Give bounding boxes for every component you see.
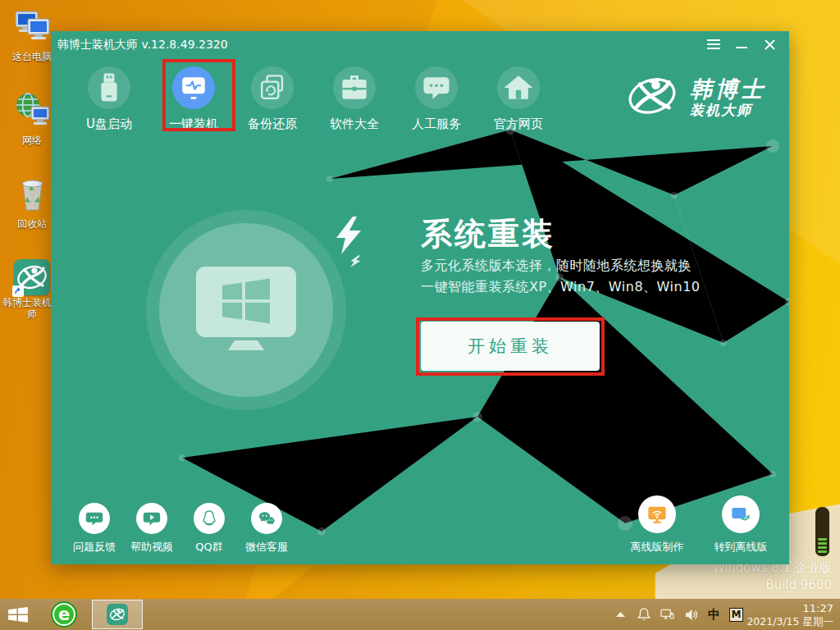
lightning-icon — [335, 217, 363, 258]
support-label: 微信客服 — [240, 540, 294, 555]
start-reinstall-button[interactable]: 开始重装 — [421, 322, 600, 371]
windows-logo-icon — [7, 605, 29, 624]
hero-description-line1: 多元化系统版本选择，随时随地系统想换就换 — [421, 258, 774, 275]
go-offline-icon — [722, 495, 760, 533]
watermark-build: Build 9600 — [713, 577, 832, 594]
home-icon — [497, 66, 540, 109]
one-key-install-icon — [172, 66, 215, 109]
system-tray: 中 M — [613, 599, 743, 630]
nav-official-website[interactable]: 官方网页 — [482, 66, 555, 132]
offline-version-make-button[interactable]: 离线版制作 — [619, 495, 695, 555]
window-titlebar[interactable]: 韩博士装机大师 v.12.8.49.2320 — [51, 31, 789, 57]
nav-label: 官方网页 — [482, 116, 555, 132]
feedback-button[interactable]: 问题反馈 — [67, 503, 121, 555]
window-title: 韩博士装机大师 v.12.8.49.2320 — [57, 38, 228, 52]
wechat-service-button[interactable]: 微信客服 — [240, 503, 294, 555]
recycle-bin-icon — [11, 201, 52, 217]
usb-icon — [88, 66, 130, 109]
menu-icon[interactable] — [704, 31, 724, 57]
this-pc-icon — [11, 34, 52, 49]
clock-date: 2021/3/15 星期一 — [746, 615, 833, 628]
play-video-icon — [136, 503, 167, 534]
qq-penguin-icon — [194, 503, 225, 534]
network-icon[interactable] — [660, 607, 675, 622]
taskbar-app-hanboshi[interactable] — [92, 600, 143, 629]
show-hidden-icons-chevron[interactable] — [613, 607, 628, 622]
offline-label: 离线版制作 — [619, 540, 695, 555]
hanboshi-taskbar-icon — [107, 604, 128, 625]
taskbar-clock[interactable]: 11:27 2021/3/15 星期一 — [746, 601, 833, 628]
close-icon[interactable] — [760, 31, 779, 57]
nav-label: 备份还原 — [235, 116, 309, 132]
volume-icon[interactable] — [684, 607, 699, 622]
nav-label: 一键装机 — [157, 116, 231, 132]
hero-description-line2: 一键智能重装系统XP、Win7、Win8、Win10 — [421, 279, 774, 296]
nav-one-key-install[interactable]: 一键装机 — [157, 66, 231, 132]
notification-bell-icon[interactable] — [637, 607, 651, 622]
hanboshi-app-window: 韩博士装机大师 v.12.8.49.2320 U盘启动 — [51, 31, 789, 564]
ime-language-indicator[interactable]: 中 — [708, 607, 720, 623]
nav-usb-boot[interactable]: U盘启动 — [72, 66, 146, 132]
nav-label: 软件大全 — [317, 116, 391, 132]
hero-circle — [146, 210, 346, 410]
windows-watermark: Windows 8.1 企业版 Build 9600 — [713, 559, 832, 594]
nav-label: U盘启动 — [72, 116, 146, 132]
nav-manual-service[interactable]: 人工服务 — [399, 66, 473, 132]
network-icon — [11, 117, 52, 133]
support-label: 帮助视频 — [125, 540, 179, 555]
clock-time: 11:27 — [746, 601, 833, 615]
page-title: 系统重装 — [421, 213, 555, 255]
help-video-button[interactable]: 帮助视频 — [125, 503, 179, 555]
offline-monitor-wifi-icon — [638, 495, 676, 533]
brand-subtitle: 装机大师 — [690, 102, 766, 118]
wechat-icon — [251, 503, 282, 534]
start-button[interactable] — [0, 599, 36, 630]
backup-restore-icon — [251, 66, 294, 109]
brand-name: 韩博士 — [690, 77, 766, 102]
nav-software-collection[interactable]: 软件大全 — [317, 66, 391, 132]
nav-backup-restore[interactable]: 备份还原 — [235, 66, 309, 132]
qq-group-button[interactable]: QQ群 — [182, 503, 236, 555]
monitor-windows-icon — [159, 223, 333, 397]
minimize-icon[interactable] — [732, 31, 751, 57]
brand-emblem-icon — [626, 70, 678, 126]
support-label: QQ群 — [182, 540, 236, 555]
hanboshi-app-icon — [14, 259, 50, 295]
browser-e-icon[interactable]: e — [51, 601, 77, 628]
nav-label: 人工服务 — [399, 116, 473, 132]
go-offline-version-button[interactable]: 转到离线版 — [703, 495, 778, 555]
taskbar: e — [0, 599, 840, 630]
brand-logo: 韩博士 装机大师 — [626, 70, 766, 126]
offline-label: 转到离线版 — [703, 540, 778, 555]
shortcut-arrow-icon — [12, 285, 24, 297]
chat-bubble-icon — [415, 66, 458, 109]
briefcase-icon — [333, 66, 376, 109]
support-label: 问题反馈 — [67, 540, 121, 555]
ime-mode-badge[interactable]: M — [729, 608, 743, 622]
battery-indicator — [815, 507, 829, 556]
feedback-bubble-icon — [79, 503, 110, 534]
